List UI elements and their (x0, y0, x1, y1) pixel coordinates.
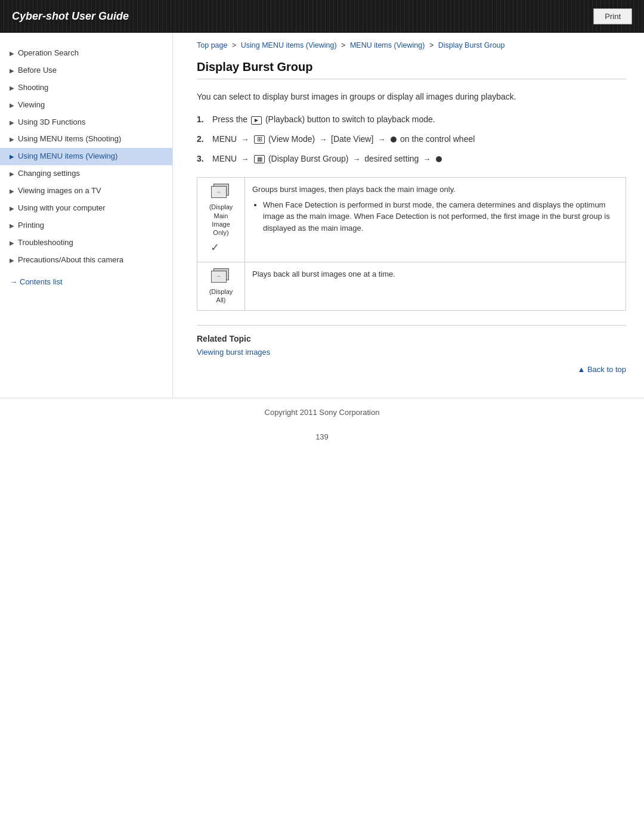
burst-icon (254, 155, 265, 163)
sidebar-item-label: Printing (18, 221, 44, 231)
display-all-label: (DisplayAll) (209, 287, 233, 305)
sidebar-item-viewing-tv[interactable]: ▶ Viewing images on a TV (0, 182, 172, 200)
sidebar-item-precautions[interactable]: ▶ Precautions/About this camera (0, 252, 172, 269)
arrow-icon: ▶ (10, 84, 14, 92)
desc-bullet-1: When Face Detection is performed in burs… (263, 199, 618, 234)
sidebar-item-label: Using 3D Functions (18, 117, 85, 128)
sidebar-item-label: Using with your computer (18, 203, 106, 213)
desc-main-2: Plays back all burst images one at a tim… (252, 270, 395, 278)
sidebar-item-label: Changing settings (18, 169, 80, 179)
sidebar-item-computer[interactable]: ▶ Using with your computer (0, 200, 172, 217)
step-1: 1. Press the (Playback) button to switch… (197, 113, 626, 126)
sidebar-item-label: Troubleshooting (18, 238, 73, 248)
bullet-circle-icon (391, 137, 397, 143)
page-layout: ▶ Operation Search ▶ Before Use ▶ Shooti… (0, 33, 644, 398)
sidebar-item-before-use[interactable]: ▶ Before Use (0, 62, 172, 79)
steps-list: 1. Press the (Playback) button to switch… (197, 113, 626, 165)
intro-text: You can select to display burst images i… (197, 90, 626, 103)
page-number: 139 (0, 426, 644, 447)
related-topic-section: Related Topic Viewing burst images (197, 325, 626, 357)
table-cell-desc-1: Groups burst images, then plays back the… (245, 178, 626, 262)
breadcrumb: Top page > Using MENU items (Viewing) > … (197, 33, 626, 60)
sidebar-item-shooting[interactable]: ▶ Shooting (0, 79, 172, 97)
arrow-dateview: → (319, 134, 327, 146)
back-to-top: ▲ Back to top (197, 357, 626, 380)
sidebar-item-menu-shooting[interactable]: ▶ Using MENU items (Shooting) (0, 131, 172, 148)
step-3: 3. MENU → (Display Burst Group) → desire… (197, 152, 626, 166)
related-topic-link[interactable]: Viewing burst images (197, 348, 270, 357)
step-2-num: 2. (197, 132, 208, 145)
arrow-icon: ▶ (10, 49, 14, 57)
icon-arrow-indicator-2: → (216, 272, 221, 281)
sidebar-item-menu-viewing[interactable]: ▶ Using MENU items (Viewing) (0, 148, 172, 165)
sidebar-item-label: Viewing images on a TV (18, 186, 101, 196)
menu-label-2: MENU (212, 134, 237, 144)
step-2-content: MENU → (View Mode) → [Date View] → on th… (212, 132, 626, 146)
desc-main-1: Groups burst images, then plays back the… (252, 184, 618, 196)
breadcrumb-menu-items[interactable]: MENU items (Viewing) (350, 41, 425, 49)
sidebar-item-label: Precautions/About this camera (18, 255, 123, 265)
copyright-text: Copyright 2011 Sony Corporation (265, 408, 380, 417)
table-row-1: → (DisplayMainImageOnly) ✓ Groups burst … (197, 178, 626, 262)
icon-front-layer: → (211, 186, 227, 198)
step-1-content: Press the (Playback) button to switch to… (212, 113, 626, 126)
icon-arrow-indicator: → (216, 188, 221, 197)
sidebar-item-changing-settings[interactable]: ▶ Changing settings (0, 165, 172, 182)
checkmark-icon: ✓ (210, 241, 219, 253)
table-cell-desc-2: Plays back all burst images one at a tim… (245, 262, 626, 311)
sidebar-item-label: Operation Search (18, 48, 79, 58)
breadcrumb-menu-viewing[interactable]: Using MENU items (Viewing) (241, 41, 337, 49)
breadcrumb-sep-2: > (341, 41, 348, 49)
sidebar-item-viewing[interactable]: ▶ Viewing (0, 97, 172, 114)
breadcrumb-display-burst[interactable]: Display Burst Group (438, 41, 505, 49)
display-all-image-icon: → (211, 268, 231, 285)
arrow-icon: ▶ (10, 135, 14, 143)
sidebar-item-printing[interactable]: ▶ Printing (0, 217, 172, 234)
arrow-icon: ▶ (10, 239, 14, 247)
step-1-text: (Playback) button to switch to playback … (265, 114, 435, 124)
menu-arrow-2: → (241, 134, 249, 146)
step-3-num: 3. (197, 152, 208, 165)
menu-arrow-3: → (241, 153, 249, 166)
related-topic-title: Related Topic (197, 334, 626, 343)
icon-front-layer-2: → (211, 271, 227, 283)
arrow-icon: ▶ (10, 187, 14, 195)
sidebar-item-label: Shooting (18, 83, 48, 93)
contents-list-link[interactable]: → Contents list (0, 271, 172, 292)
sidebar-item-label: Using MENU items (Viewing) (18, 151, 117, 162)
sidebar: ▶ Operation Search ▶ Before Use ▶ Shooti… (0, 33, 173, 398)
sidebar-item-3d-functions[interactable]: ▶ Using 3D Functions (0, 114, 172, 131)
step-2: 2. MENU → (View Mode) → [Date View] → on… (197, 132, 626, 146)
display-main-icon-wrapper: → (DisplayMainImageOnly) (205, 184, 237, 237)
footer: Copyright 2011 Sony Corporation (0, 398, 644, 426)
arrow-bullet: → (377, 134, 385, 146)
checkmark-wrapper: ✓ (199, 240, 231, 256)
arrow-final: → (423, 153, 431, 166)
print-button[interactable]: Print (593, 8, 632, 24)
step-1-num: 1. (197, 113, 208, 126)
sidebar-item-label: Before Use (18, 66, 57, 76)
breadcrumb-top[interactable]: Top page (197, 41, 227, 49)
breadcrumb-sep-1: > (232, 41, 239, 49)
arrow-icon: ▶ (10, 170, 14, 178)
sidebar-item-label: Viewing (18, 100, 45, 110)
back-to-top-link[interactable]: ▲ Back to top (577, 365, 626, 374)
menu-label-3: MENU (212, 154, 237, 163)
arrow-icon: ▶ (10, 101, 14, 109)
arrow-icon: ▶ (10, 222, 14, 230)
header: Cyber-shot User Guide Print (0, 0, 644, 33)
table-cell-icon-2: → (DisplayAll) (197, 262, 245, 311)
arrow-icon: ▶ (10, 67, 14, 75)
arrow-icon: ▶ (10, 153, 14, 160)
arrow-right-icon: → (10, 277, 17, 286)
viewmode-icon (254, 135, 265, 144)
page-title: Display Burst Group (197, 60, 626, 79)
sidebar-item-operation-search[interactable]: ▶ Operation Search (0, 45, 172, 62)
main-content: Top page > Using MENU items (Viewing) > … (173, 33, 644, 398)
arrow-desired: → (352, 153, 360, 166)
arrow-icon: ▶ (10, 205, 14, 212)
sidebar-item-troubleshooting[interactable]: ▶ Troubleshooting (0, 234, 172, 252)
bullet-final-icon (436, 156, 442, 162)
app-title: Cyber-shot User Guide (12, 10, 129, 23)
table-cell-icon-1: → (DisplayMainImageOnly) ✓ (197, 178, 245, 262)
